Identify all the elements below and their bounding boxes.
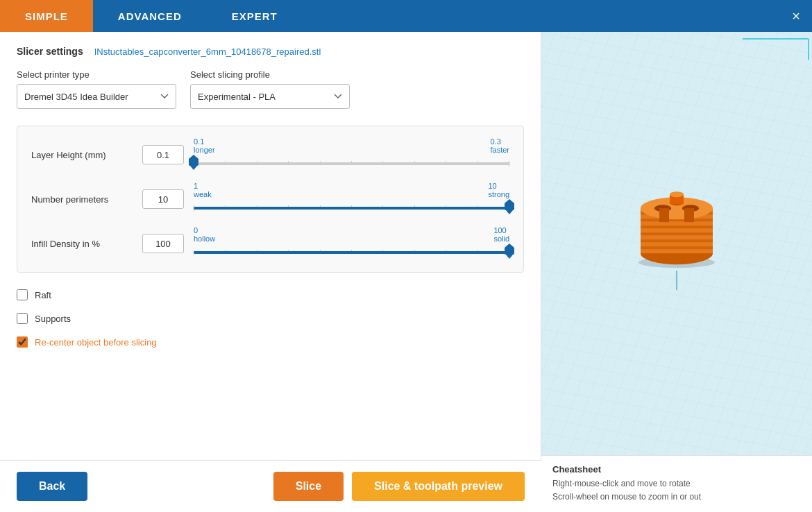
infill-input[interactable] xyxy=(142,234,184,253)
svg-rect-10 xyxy=(641,232,713,235)
cheatsheet: Cheatsheet Right-mouse-click and move to… xyxy=(541,455,812,512)
dropdowns-row: Select printer type Dremel 3D45 Idea Bui… xyxy=(17,69,524,109)
cheatsheet-text: Right-mouse-click and move to rotate Scr… xyxy=(552,477,801,504)
close-button[interactable]: × xyxy=(780,0,812,32)
layer-height-thumb[interactable] xyxy=(188,155,199,173)
perimeters-thumb[interactable] xyxy=(504,199,515,217)
printer-type-group: Select printer type Dremel 3D45 Idea Bui… xyxy=(17,69,176,109)
model-svg xyxy=(621,173,732,271)
slicing-profile-select[interactable]: Experimental - PLA Standard - PLA Fast -… xyxy=(190,84,350,109)
perimeters-labels: 1 weak 10 strong xyxy=(194,182,509,198)
layer-height-row: Layer Height (mm) 0.1 longer 0.3 faster xyxy=(31,137,509,172)
layer-height-min-label: 0.1 longer xyxy=(194,137,215,154)
layer-height-input[interactable] xyxy=(142,145,184,164)
infill-slider-container: 0 hollow 100 solid xyxy=(194,226,509,261)
slice-button[interactable]: Slice xyxy=(273,472,344,501)
perimeters-min-label: 1 weak xyxy=(194,182,212,198)
tab-simple[interactable]: SIMPLE xyxy=(0,0,93,32)
perimeters-max-label: 10 strong xyxy=(488,182,509,198)
infill-label: Infill Density in % xyxy=(31,239,142,249)
svg-rect-20 xyxy=(684,208,694,222)
model-3d xyxy=(621,173,732,290)
cheatsheet-title: Cheatsheet xyxy=(552,464,801,475)
slicer-filename: INstuctables_capconverter_6mm_10418678_r… xyxy=(94,46,321,57)
perimeters-row: Number perimeters 1 weak 10 strong xyxy=(31,182,509,216)
infill-track-wrap[interactable] xyxy=(194,244,509,261)
slicing-profile-label: Select slicing profile xyxy=(190,69,350,80)
checkboxes-section: Raft Supports Re-center object before sl… xyxy=(17,287,524,363)
infill-row: Infill Density in % 0 hollow 100 solid xyxy=(31,226,509,261)
tab-advanced[interactable]: ADVANCED xyxy=(93,0,207,32)
layer-height-track-wrap[interactable] xyxy=(194,155,509,172)
recenter-label: Re-center object before slicing xyxy=(35,337,157,348)
layer-height-track xyxy=(194,162,509,165)
printer-type-select[interactable]: Dremel 3D45 Idea Builder Dremel 3D40 Dre… xyxy=(17,84,176,109)
layer-height-max-label: 0.3 faster xyxy=(490,137,509,154)
layer-height-label: Layer Height (mm) xyxy=(31,150,142,160)
perimeters-label: Number perimeters xyxy=(31,194,142,205)
infill-max-label: 100 solid xyxy=(493,226,509,243)
infill-labels: 0 hollow 100 solid xyxy=(194,226,509,243)
main-layout: Slicer settings INstuctables_capconverte… xyxy=(0,32,812,512)
slice-preview-button[interactable]: Slice & toolpath preview xyxy=(352,472,525,501)
header: SIMPLE ADVANCED EXPERT × xyxy=(0,0,812,32)
tab-expert[interactable]: EXPERT xyxy=(207,0,303,32)
infill-thumb[interactable] xyxy=(504,244,515,262)
infill-fill xyxy=(194,251,509,254)
right-panel: Cheatsheet Right-mouse-click and move to… xyxy=(541,32,812,512)
perimeters-fill xyxy=(194,207,509,210)
perimeters-slider-container: 1 weak 10 strong xyxy=(194,182,509,216)
infill-track xyxy=(194,251,509,254)
slicer-header: Slicer settings INstuctables_capconverte… xyxy=(17,46,524,57)
perimeters-track-wrap[interactable] xyxy=(194,200,509,216)
recenter-checkbox[interactable] xyxy=(17,336,28,348)
svg-rect-9 xyxy=(641,225,713,228)
layer-height-slider-container: 0.1 longer 0.3 faster xyxy=(194,137,509,172)
sliders-section: Layer Height (mm) 0.1 longer 0.3 faster xyxy=(17,126,524,273)
left-panel: Slicer settings INstuctables_capconverte… xyxy=(0,32,541,460)
slicer-settings-label: Slicer settings xyxy=(17,46,83,57)
infill-min-label: 0 hollow xyxy=(194,226,215,243)
support-lines xyxy=(676,271,677,290)
svg-rect-11 xyxy=(641,239,713,242)
recenter-row: Re-center object before slicing xyxy=(17,336,524,348)
supports-label: Supports xyxy=(35,314,71,324)
supports-checkbox[interactable] xyxy=(17,313,28,324)
perimeters-track xyxy=(194,207,509,210)
back-button[interactable]: Back xyxy=(17,472,87,501)
svg-point-18 xyxy=(670,191,684,197)
3d-preview[interactable] xyxy=(541,32,812,455)
footer: Back Slice Slice & toolpath preview xyxy=(0,460,541,512)
svg-rect-12 xyxy=(641,246,713,249)
raft-label: Raft xyxy=(35,290,51,300)
raft-checkbox[interactable] xyxy=(17,289,28,300)
supports-row: Supports xyxy=(17,313,524,324)
slicing-profile-group: Select slicing profile Experimental - PL… xyxy=(190,69,350,109)
raft-row: Raft xyxy=(17,289,524,300)
layer-height-labels: 0.1 longer 0.3 faster xyxy=(194,137,509,154)
svg-rect-19 xyxy=(659,208,669,222)
printer-type-label: Select printer type xyxy=(17,69,176,80)
perimeters-input[interactable] xyxy=(142,189,184,209)
